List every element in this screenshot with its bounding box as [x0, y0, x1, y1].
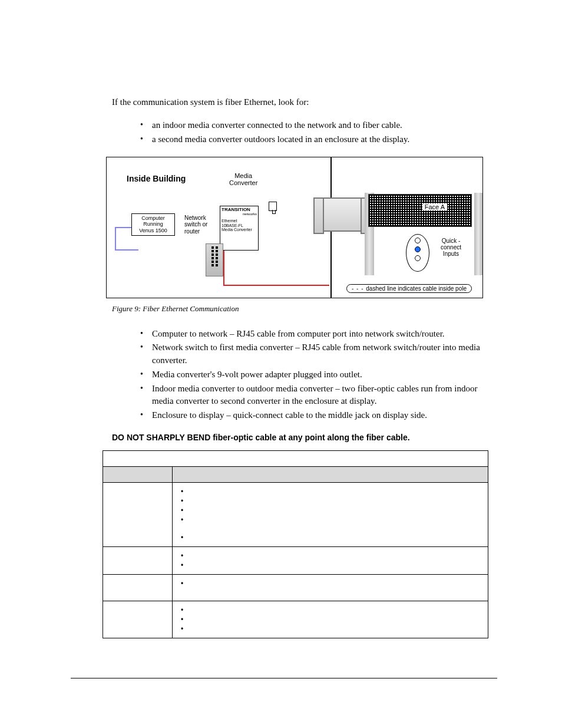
- table-header-problem: Problem: [103, 466, 173, 482]
- quick-connect-icon: [406, 234, 429, 272]
- footer-left: Troubleshooting: [71, 686, 121, 694]
- inside-building-label: Inside Building: [127, 174, 186, 183]
- network-switch-label: Networkswitch orrouter: [184, 215, 207, 235]
- list-item: a second media converter outdoors locate…: [152, 133, 497, 146]
- footer-rule: [71, 678, 497, 678]
- power-plug-icon: [269, 202, 277, 211]
- face-a-label: Face A: [422, 203, 447, 210]
- page-footer: Troubleshooting 13: [71, 686, 497, 694]
- table-title: Fiber Ethernet — Basic Troubleshooting: [103, 450, 488, 466]
- footer-right: 13: [490, 686, 497, 694]
- pole-right-icon: [474, 193, 482, 275]
- list-item: Media converter's 9-volt power adapter p…: [152, 368, 497, 381]
- figure-caption: Figure 9: Fiber Ethernet Communication: [112, 304, 497, 314]
- connection-list: Computer to network – RJ45 cable from co…: [112, 328, 497, 422]
- table-row: Still no communication Replace MLC. Repl…: [103, 601, 488, 638]
- table-row: Galaxy does not communicate Verify Trans…: [103, 482, 488, 546]
- diagram-figure: Inside Building MediaConverter ComputerR…: [106, 157, 483, 298]
- list-item: an indoor media converter connected to t…: [152, 119, 497, 132]
- dash-note: dashed line indicates cable inside pole: [346, 284, 472, 293]
- display-sign-icon: [368, 194, 472, 227]
- list-item: Network switch to first media converter …: [152, 341, 497, 367]
- list-item: Indoor media converter to outdoor media …: [152, 383, 497, 409]
- intro-text: If the communication system is fiber Eth…: [112, 97, 497, 107]
- warning-text: DO NOT SHARPLY BEND fiber-optic cable at…: [112, 433, 497, 442]
- table-row: Still no communication Bypass the fiber …: [103, 574, 488, 601]
- transition-box: TRANSITION networks Ethernet10BASE-FLMed…: [220, 206, 259, 251]
- look-for-list: an indoor media converter connected to t…: [112, 119, 497, 146]
- list-item: Computer to network – RJ45 cable from co…: [152, 328, 497, 341]
- enclosure-icon: [322, 197, 364, 232]
- troubleshooting-table: Fiber Ethernet — Basic Troubleshooting P…: [103, 450, 488, 638]
- list-item: Enclosure to display – quick-connect cab…: [152, 409, 497, 422]
- computer-box: ComputerRunningVenus 1500: [131, 213, 175, 236]
- table-row: Link light on; no communication Verify t…: [103, 546, 488, 574]
- quick-connect-label: Quick -connectInputs: [441, 238, 461, 257]
- media-converter-label: MediaConverter: [229, 172, 257, 186]
- switch-icon: [206, 243, 223, 276]
- table-header-step: Step: [173, 466, 488, 482]
